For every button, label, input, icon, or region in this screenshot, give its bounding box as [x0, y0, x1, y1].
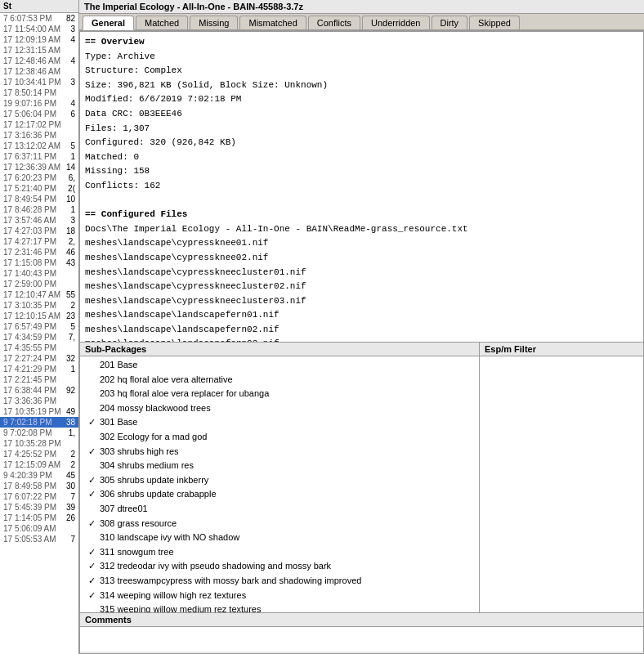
left-panel-item-18[interactable]: 17 8:46:28 PM1	[0, 204, 78, 215]
left-item-time-35: 17 6:38:44 PM	[3, 386, 56, 395]
subpackage-item-2[interactable]: 203 hq floral aloe vera replacer for uba…	[85, 387, 474, 401]
tab-mismatched[interactable]: Mismatched	[239, 16, 306, 29]
subpackage-checkbox-16[interactable]: ✓	[88, 589, 98, 603]
left-panel-item-3[interactable]: 17 12:31:15 AM	[0, 45, 78, 56]
subpackage-item-15[interactable]: ✓313 treeswampcypress with mossy bark an…	[85, 574, 474, 589]
left-panel-item-5[interactable]: 17 12:38:46 AM	[0, 66, 78, 77]
left-panel-item-49[interactable]: 17 5:05:53 AM7	[0, 534, 78, 544]
left-panel-item-40[interactable]: 17 10:35:28 PM	[0, 438, 78, 449]
subpackage-item-8[interactable]: ✓305 shrubs update inkberry	[85, 473, 474, 488]
left-panel-item-11[interactable]: 17 3:16:36 PM	[0, 130, 78, 141]
left-item-val-16: 2(	[68, 184, 75, 193]
left-panel-item-10[interactable]: 17 12:17:02 PM	[0, 119, 78, 130]
left-panel-item-48[interactable]: 17 5:06:09 AM	[0, 523, 78, 534]
left-panel-item-28[interactable]: 17 12:10:15 AM23	[0, 311, 78, 321]
left-panel-item-14[interactable]: 17 12:36:39 AM14	[0, 162, 78, 172]
left-panel-item-16[interactable]: 17 5:21:40 PM2(	[0, 183, 78, 194]
left-panel-item-8[interactable]: 19 9:07:16 PM4	[0, 98, 78, 109]
general-info-text[interactable]: == OverviewType: ArchiveStructure: Compl…	[80, 32, 643, 342]
tab-skipped[interactable]: Skipped	[469, 16, 520, 29]
subpackage-item-17[interactable]: 315 weeping willow medium rez textures	[85, 602, 474, 612]
left-panel-item-21[interactable]: 17 4:27:17 PM2,	[0, 236, 78, 247]
left-panel-item-35[interactable]: 17 6:38:44 PM92	[0, 385, 78, 396]
left-item-val-32: 32	[66, 354, 75, 363]
tab-missing[interactable]: Missing	[190, 16, 238, 29]
subpackage-item-4[interactable]: ✓301 Base	[85, 415, 474, 430]
left-panel-item-39[interactable]: 9 7:02:08 PM1,	[0, 428, 78, 438]
subpackage-checkbox-14[interactable]: ✓	[88, 559, 98, 574]
left-panel-item-24[interactable]: 17 1:40:43 PM	[0, 268, 78, 279]
subpackage-item-16[interactable]: ✓314 weeping willow high rez textures	[85, 589, 474, 603]
left-panel-item-2[interactable]: 17 12:09:19 AM4	[0, 34, 78, 45]
left-panel-item-25[interactable]: 17 2:59:00 PM	[0, 279, 78, 289]
left-panel-item-47[interactable]: 17 1:14:05 PM26	[0, 513, 78, 523]
tab-underridden[interactable]: Underridden	[362, 16, 430, 29]
left-panel-item-45[interactable]: 17 6:07:22 PM7	[0, 491, 78, 502]
left-panel-item-37[interactable]: 17 10:35:19 PM49	[0, 406, 78, 417]
tab-matched[interactable]: Matched	[136, 16, 188, 29]
info-line-8: Matched: 0	[85, 150, 638, 165]
left-panel-item-6[interactable]: 17 10:34:41 PM3	[0, 77, 78, 87]
left-panel-item-46[interactable]: 17 5:45:39 PM39	[0, 502, 78, 513]
left-panel-item-7[interactable]: 17 8:50:14 PM	[0, 87, 78, 98]
subpackage-item-9[interactable]: ✓306 shrubs update crabapple	[85, 487, 474, 502]
subpackage-item-10[interactable]: 307 dtree01	[85, 502, 474, 517]
subpackage-item-1[interactable]: 202 hq floral aloe vera alternative	[85, 373, 474, 387]
subpackage-checkbox-6[interactable]: ✓	[88, 445, 98, 459]
left-panel-item-33[interactable]: 17 4:21:29 PM1	[0, 364, 78, 374]
left-panel-item-15[interactable]: 17 6:20:23 PM6,	[0, 172, 78, 183]
left-item-val-46: 39	[66, 503, 75, 512]
left-panel-item-23[interactable]: 17 1:15:08 PM43	[0, 258, 78, 268]
subpackage-item-7[interactable]: 304 shrubs medium res	[85, 459, 474, 473]
subpackage-checkbox-8[interactable]: ✓	[88, 473, 98, 488]
subpackage-item-5[interactable]: 302 Ecology for a mad god	[85, 430, 474, 445]
left-panel-item-32[interactable]: 17 2:27:24 PM32	[0, 353, 78, 364]
left-panel-item-1[interactable]: 17 11:54:00 AM3	[0, 24, 78, 34]
left-panel-item-26[interactable]: 17 12:10:47 AM55	[0, 289, 78, 300]
left-panel-item-17[interactable]: 17 8:49:54 PM10	[0, 194, 78, 204]
left-panel-item-31[interactable]: 17 4:35:55 PM	[0, 343, 78, 353]
subpackage-checkbox-4[interactable]: ✓	[88, 415, 98, 430]
left-panel-item-0[interactable]: 7 6:07:53 PM82	[0, 13, 78, 24]
subpackage-item-11[interactable]: ✓308 grass resource	[85, 517, 474, 531]
subpackage-checkbox-15[interactable]: ✓	[88, 574, 98, 589]
left-panel-item-38[interactable]: 9 7:02:18 PM38	[0, 417, 78, 428]
file-list[interactable]: 7 6:07:53 PM8217 11:54:00 AM317 12:09:19…	[0, 13, 78, 654]
left-item-val-8: 4	[70, 99, 75, 108]
left-panel-item-30[interactable]: 17 4:34:59 PM7,	[0, 332, 78, 343]
subpackage-item-0[interactable]: 201 Base	[85, 358, 474, 373]
left-item-time-15: 17 6:20:23 PM	[3, 173, 56, 182]
left-item-time-37: 17 10:35:19 PM	[3, 407, 61, 416]
left-panel-item-22[interactable]: 17 2:31:46 PM46	[0, 247, 78, 258]
tab-conflicts[interactable]: Conflicts	[308, 16, 360, 29]
left-panel-item-4[interactable]: 17 12:48:46 AM4	[0, 56, 78, 66]
left-panel-item-20[interactable]: 17 4:27:03 PM18	[0, 226, 78, 236]
left-panel-item-43[interactable]: 9 4:20:39 PM45	[0, 470, 78, 481]
comments-input[interactable]	[80, 627, 643, 652]
left-panel-item-13[interactable]: 17 6:37:11 PM1	[0, 151, 78, 162]
tab-dirty[interactable]: Dirty	[432, 16, 468, 29]
left-panel-item-41[interactable]: 17 4:25:52 PM2	[0, 449, 78, 459]
left-item-time-32: 17 2:27:24 PM	[3, 354, 56, 363]
left-panel-item-44[interactable]: 17 8:49:58 PM30	[0, 481, 78, 491]
left-panel-item-9[interactable]: 17 5:06:04 PM6	[0, 109, 78, 119]
subpackage-checkbox-9[interactable]: ✓	[88, 487, 98, 502]
left-panel-item-12[interactable]: 17 13:12:02 AM5	[0, 141, 78, 151]
subpackage-item-3[interactable]: 204 mossy blackwood trees	[85, 401, 474, 416]
subpackage-checkbox-13[interactable]: ✓	[88, 545, 98, 560]
left-panel-item-34[interactable]: 17 2:21:45 PM	[0, 374, 78, 385]
subpackage-item-13[interactable]: ✓311 snowgum tree	[85, 545, 474, 560]
tab-general[interactable]: General	[83, 16, 134, 30]
left-panel-item-29[interactable]: 17 6:57:49 PM5	[0, 321, 78, 332]
left-panel-item-42[interactable]: 17 12:15:09 AM2	[0, 459, 78, 470]
left-panel-item-36[interactable]: 17 3:36:36 PM	[0, 396, 78, 406]
subpackage-item-14[interactable]: ✓312 tredeodar ivy with pseudo shadowing…	[85, 559, 474, 574]
info-line-12: == Configured Files	[85, 208, 638, 222]
subpackage-checkbox-11[interactable]: ✓	[88, 517, 98, 531]
left-panel-item-27[interactable]: 17 3:10:35 PM2	[0, 300, 78, 311]
subpackage-item-12[interactable]: 310 landscape ivy with NO shadow	[85, 531, 474, 545]
left-panel-item-19[interactable]: 17 3:57:46 AM3	[0, 215, 78, 226]
left-item-time-21: 17 4:27:17 PM	[3, 237, 56, 246]
subpackage-item-6[interactable]: ✓303 shrubs high res	[85, 445, 474, 459]
subpackages-list[interactable]: 201 Base 202 hq floral aloe vera alterna…	[80, 356, 479, 612]
